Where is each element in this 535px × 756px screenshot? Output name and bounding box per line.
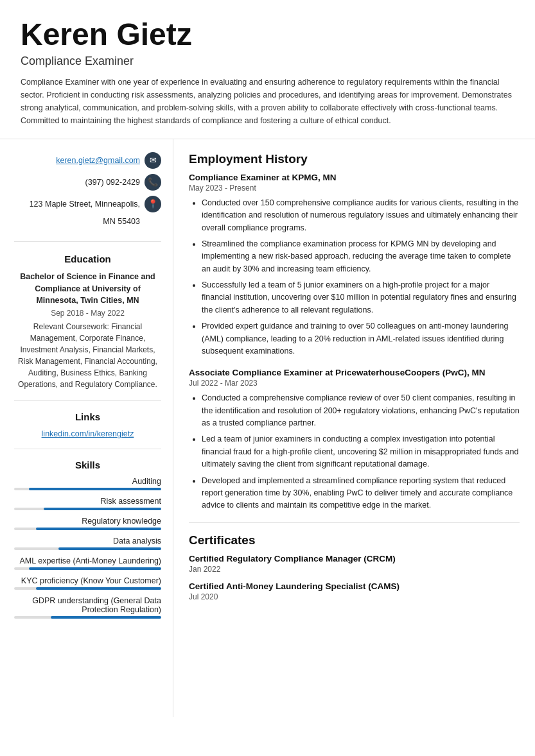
job-bullet: Conducted over 150 comprehensive complia… bbox=[202, 197, 520, 234]
skill-name: Risk assessment bbox=[14, 497, 161, 506]
education-section-title: Education bbox=[14, 253, 161, 264]
skill-bar-fill bbox=[36, 587, 161, 590]
email-contact-item: keren.gietz@gmail.com ✉ bbox=[14, 152, 161, 169]
linkedin-link[interactable]: linkedin.com/in/kerengietz bbox=[42, 429, 134, 438]
phone-icon: 📞 bbox=[145, 174, 161, 191]
job-bullet: Provided expert guidance and training to… bbox=[202, 320, 520, 357]
certificates-section: Certificates Certified Regulatory Compli… bbox=[189, 533, 520, 601]
job-title: Associate Compliance Examiner at Pricewa… bbox=[189, 368, 520, 377]
cert-block: Certified Anti-Money Laundering Speciali… bbox=[189, 581, 520, 601]
education-section: Education Bachelor of Science in Finance… bbox=[14, 253, 161, 401]
skills-section-title: Skills bbox=[14, 460, 161, 470]
skill-bar bbox=[14, 508, 161, 510]
skill-bar bbox=[14, 567, 161, 570]
address-line1: 123 Maple Street, Minneapolis, bbox=[30, 200, 140, 209]
job-block: Associate Compliance Examiner at Pricewa… bbox=[189, 368, 520, 511]
skill-item: Auditing bbox=[14, 477, 161, 490]
header: Keren Gietz Compliance Examiner Complian… bbox=[0, 0, 535, 139]
skill-bar-fill bbox=[58, 547, 161, 550]
job-bullets: Conducted over 150 comprehensive complia… bbox=[189, 197, 520, 358]
candidate-title: Compliance Examiner bbox=[21, 55, 514, 68]
candidate-name: Keren Gietz bbox=[21, 18, 514, 52]
skill-name: Regulatory knowledge bbox=[14, 517, 161, 526]
skill-bar-fill bbox=[44, 508, 161, 510]
employment-section: Employment History Compliance Examiner a… bbox=[189, 152, 520, 512]
skill-item: Risk assessment bbox=[14, 497, 161, 510]
education-degree: Bachelor of Science in Finance and Compl… bbox=[14, 271, 161, 307]
certificates-section-title: Certificates bbox=[189, 533, 520, 547]
employment-section-title: Employment History bbox=[189, 152, 520, 166]
skill-bar-fill bbox=[29, 488, 161, 490]
cert-date: Jan 2022 bbox=[189, 565, 520, 574]
email-icon: ✉ bbox=[145, 152, 161, 169]
job-bullet: Successfully led a team of 5 junior exam… bbox=[202, 279, 520, 316]
job-bullet: Led a team of junior examiners in conduc… bbox=[202, 433, 520, 470]
cert-name: Certified Regulatory Compliance Manager … bbox=[189, 554, 520, 563]
skill-item: KYC proficiency (Know Your Customer) bbox=[14, 576, 161, 590]
skill-bar bbox=[14, 528, 161, 530]
jobs-list: Compliance Examiner at KPMG, MN May 2023… bbox=[189, 173, 520, 512]
education-date: Sep 2018 - May 2022 bbox=[14, 309, 161, 318]
skill-name: AML expertise (Anti-Money Laundering) bbox=[14, 556, 161, 565]
skill-name: KYC proficiency (Know Your Customer) bbox=[14, 576, 161, 585]
skill-name: Auditing bbox=[14, 477, 161, 486]
skill-bar-fill bbox=[29, 567, 161, 570]
job-bullet: Conducted a comprehensive compliance rev… bbox=[202, 392, 520, 429]
skill-bar-fill bbox=[36, 528, 161, 530]
location-icon: 📍 bbox=[145, 196, 161, 212]
candidate-summary: Compliance Examiner with one year of exp… bbox=[21, 76, 514, 127]
skill-name: GDPR understanding (General Data Protect… bbox=[14, 596, 161, 614]
skill-item: Regulatory knowledge bbox=[14, 517, 161, 530]
skill-item: GDPR understanding (General Data Protect… bbox=[14, 596, 161, 619]
sidebar: keren.gietz@gmail.com ✉ (397) 092-2429 📞… bbox=[0, 139, 173, 717]
job-date: May 2023 - Present bbox=[189, 184, 520, 193]
skills-section: Skills Auditing Risk assessment Regulato… bbox=[14, 460, 161, 619]
skill-item: Data analysis bbox=[14, 537, 161, 550]
cert-name: Certified Anti-Money Laundering Speciali… bbox=[189, 581, 520, 591]
links-section: Links linkedin.com/in/kerengietz bbox=[14, 411, 161, 449]
contact-section: keren.gietz@gmail.com ✉ (397) 092-2429 📞… bbox=[14, 152, 161, 242]
phone-contact-item: (397) 092-2429 📞 bbox=[14, 174, 161, 191]
skill-bar-fill bbox=[51, 616, 161, 619]
section-divider bbox=[189, 522, 520, 523]
skill-bar bbox=[14, 488, 161, 490]
cert-date: Jul 2020 bbox=[189, 592, 520, 601]
cert-block: Certified Regulatory Compliance Manager … bbox=[189, 554, 520, 574]
address-line2: MN 55403 bbox=[103, 217, 161, 226]
skill-bar bbox=[14, 547, 161, 550]
job-bullet: Streamlined the compliance examination p… bbox=[202, 238, 520, 275]
job-bullet: Developed and implemented a streamlined … bbox=[202, 475, 520, 512]
education-coursework: Relevant Coursework: Financial Managemen… bbox=[14, 321, 161, 390]
links-section-title: Links bbox=[14, 411, 161, 422]
main-layout: keren.gietz@gmail.com ✉ (397) 092-2429 📞… bbox=[0, 139, 535, 717]
job-bullets: Conducted a comprehensive compliance rev… bbox=[189, 392, 520, 511]
phone-text: (397) 092-2429 bbox=[85, 178, 140, 187]
address-contact-item: 123 Maple Street, Minneapolis, 📍 MN 5540… bbox=[14, 196, 161, 226]
email-link[interactable]: keren.gietz@gmail.com bbox=[56, 156, 140, 165]
skills-list: Auditing Risk assessment Regulatory know… bbox=[14, 477, 161, 619]
job-title: Compliance Examiner at KPMG, MN bbox=[189, 173, 520, 182]
job-date: Jul 2022 - Mar 2023 bbox=[189, 379, 520, 388]
email-text: keren.gietz@gmail.com bbox=[56, 156, 140, 165]
certs-list: Certified Regulatory Compliance Manager … bbox=[189, 554, 520, 601]
skill-name: Data analysis bbox=[14, 537, 161, 546]
skill-item: AML expertise (Anti-Money Laundering) bbox=[14, 556, 161, 570]
address-row: 123 Maple Street, Minneapolis, 📍 bbox=[30, 196, 161, 212]
skill-bar bbox=[14, 587, 161, 590]
main-content: Employment History Compliance Examiner a… bbox=[173, 139, 535, 622]
job-block: Compliance Examiner at KPMG, MN May 2023… bbox=[189, 173, 520, 358]
skill-bar bbox=[14, 616, 161, 619]
